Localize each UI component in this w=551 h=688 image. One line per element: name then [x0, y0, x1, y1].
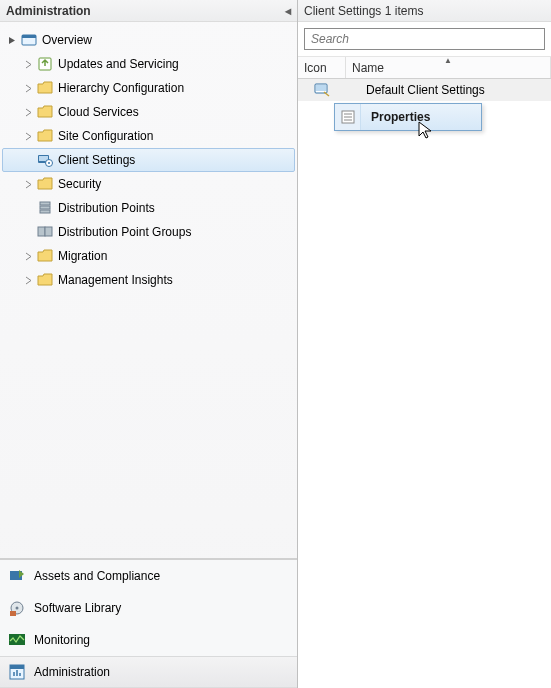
context-item-properties[interactable]: Properties: [335, 104, 481, 130]
tree-label: Client Settings: [58, 153, 135, 167]
column-label: Icon: [304, 61, 327, 75]
expand-icon[interactable]: [22, 58, 34, 70]
tree-label: Distribution Points: [58, 201, 155, 215]
spacer: [22, 154, 34, 166]
nav-pane-header: Administration ◂: [0, 0, 297, 22]
grid-header: Icon ▲ Name: [298, 57, 551, 79]
tree-label: Distribution Point Groups: [58, 225, 191, 239]
svg-rect-11: [45, 227, 52, 236]
tree-label: Security: [58, 177, 101, 191]
tree-label: Updates and Servicing: [58, 57, 179, 71]
tree-node-migration[interactable]: Migration: [2, 244, 295, 268]
expand-icon[interactable]: [22, 82, 34, 94]
context-label: Properties: [361, 110, 440, 124]
row-name-cell: Default Client Settings: [346, 83, 551, 97]
svg-rect-18: [10, 665, 24, 669]
tree-node-mgmt-insights[interactable]: Management Insights: [2, 268, 295, 292]
expand-icon[interactable]: [22, 274, 34, 286]
svg-rect-8: [40, 206, 50, 209]
folder-icon: [36, 271, 54, 289]
column-icon[interactable]: Icon: [298, 57, 346, 78]
grid-row[interactable]: Default Client Settings: [298, 79, 551, 101]
content-pane: Client Settings 1 items Icon ▲ Name Defa…: [298, 0, 551, 688]
content-header: Client Settings 1 items: [298, 0, 551, 22]
workspace-administration[interactable]: Administration: [0, 656, 297, 688]
svg-point-14: [16, 607, 19, 610]
workspace-monitoring[interactable]: Monitoring: [0, 624, 297, 656]
column-label: Name: [352, 61, 384, 75]
column-name[interactable]: ▲ Name: [346, 57, 551, 78]
workspace-label: Software Library: [34, 601, 121, 615]
properties-icon: [335, 104, 361, 130]
nav-tree: Overview Updates and Servicing Hierarchy…: [0, 22, 297, 558]
updates-icon: [36, 55, 54, 73]
tree-node-site-config[interactable]: Site Configuration: [2, 124, 295, 148]
svg-rect-20: [316, 85, 326, 91]
tree-label: Hierarchy Configuration: [58, 81, 184, 95]
search-container: [298, 22, 551, 57]
folder-icon: [36, 247, 54, 265]
library-icon: [8, 599, 26, 617]
tree-node-dist-groups[interactable]: Distribution Point Groups: [2, 220, 295, 244]
overview-icon: [20, 31, 38, 49]
folder-icon: [36, 79, 54, 97]
workspace-assets[interactable]: Assets and Compliance: [0, 560, 297, 592]
tree-label: Migration: [58, 249, 107, 263]
svg-rect-15: [10, 611, 16, 616]
workspace-library[interactable]: Software Library: [0, 592, 297, 624]
sort-asc-icon: ▲: [444, 56, 452, 65]
collapse-icon[interactable]: [6, 34, 18, 46]
expand-icon[interactable]: [22, 130, 34, 142]
navigation-pane: Administration ◂ Overview Updates and Se…: [0, 0, 298, 688]
workspace-label: Assets and Compliance: [34, 569, 160, 583]
row-icon-cell: [298, 82, 346, 98]
workspace-label: Administration: [34, 665, 110, 679]
folder-icon: [36, 127, 54, 145]
client-settings-icon: [36, 151, 54, 169]
svg-rect-1: [22, 35, 36, 38]
grid-body: Default Client Settings Properties: [298, 79, 551, 688]
tree-node-security[interactable]: Security: [2, 172, 295, 196]
tree-node-client-settings[interactable]: Client Settings: [2, 148, 295, 172]
folder-icon: [36, 175, 54, 193]
svg-rect-9: [40, 210, 50, 213]
server-group-icon: [36, 223, 54, 241]
tree-node-dist-points[interactable]: Distribution Points: [2, 196, 295, 220]
expand-icon[interactable]: [22, 106, 34, 118]
expand-icon[interactable]: [22, 250, 34, 262]
nav-pane-title: Administration: [6, 0, 91, 22]
chevron-left-icon[interactable]: ◂: [285, 0, 291, 22]
workspace-label: Monitoring: [34, 633, 90, 647]
tree-label: Cloud Services: [58, 105, 139, 119]
spacer: [22, 226, 34, 238]
tree-label: Overview: [42, 33, 92, 47]
tree-label: Site Configuration: [58, 129, 153, 143]
context-menu: Properties: [334, 103, 482, 131]
spacer: [22, 202, 34, 214]
tree-node-cloud[interactable]: Cloud Services: [2, 100, 295, 124]
folder-icon: [36, 103, 54, 121]
svg-rect-10: [38, 227, 45, 236]
row-name: Default Client Settings: [366, 83, 485, 97]
server-icon: [36, 199, 54, 217]
administration-icon: [8, 663, 26, 681]
assets-icon: [8, 567, 26, 585]
monitoring-icon: [8, 631, 26, 649]
svg-point-6: [48, 162, 50, 164]
tree-node-overview[interactable]: Overview: [2, 28, 295, 52]
workspace-bar: Assets and Compliance Software Library M…: [0, 559, 297, 688]
search-input[interactable]: [304, 28, 545, 50]
tree-node-updates[interactable]: Updates and Servicing: [2, 52, 295, 76]
client-settings-icon: [314, 82, 330, 98]
tree-label: Management Insights: [58, 273, 173, 287]
tree-node-hierarchy[interactable]: Hierarchy Configuration: [2, 76, 295, 100]
svg-rect-7: [40, 202, 50, 205]
content-title: Client Settings 1 items: [304, 4, 423, 18]
expand-icon[interactable]: [22, 178, 34, 190]
